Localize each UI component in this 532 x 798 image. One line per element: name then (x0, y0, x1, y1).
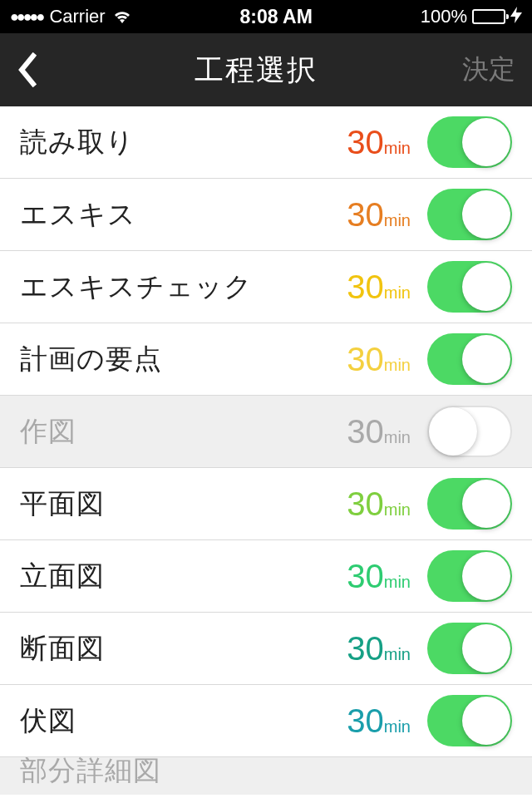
duration-unit: min (384, 500, 411, 520)
process-label: 計画の要点 (20, 341, 347, 378)
duration-unit: min (384, 717, 411, 736)
duration-value: 30 (347, 702, 384, 740)
nav-bar: 工程選択 決定 (0, 33, 532, 106)
enable-toggle[interactable] (427, 333, 512, 385)
duration-unit: min (384, 211, 411, 230)
process-list: 読み取り30minエスキス30minエスキスチェック30min計画の要点30mi… (0, 106, 532, 795)
toggle-knob (462, 190, 510, 239)
toggle-knob (462, 263, 510, 311)
battery-percent: 100% (421, 6, 467, 27)
duration-unit: min (384, 428, 411, 447)
list-item: 読み取り30min (0, 106, 532, 179)
enable-toggle[interactable] (427, 550, 512, 602)
duration-display[interactable]: 30min (347, 196, 411, 234)
list-item: 計画の要点30min (0, 323, 532, 396)
charging-icon (510, 7, 522, 27)
toggle-knob (462, 697, 510, 745)
battery-icon (472, 9, 505, 24)
duration-display[interactable]: 30min (347, 485, 411, 523)
list-item: 部分詳細図 (0, 757, 532, 795)
enable-toggle[interactable] (427, 406, 512, 457)
list-item: 断面図30min (0, 613, 532, 685)
enable-toggle[interactable] (427, 478, 512, 530)
status-time: 8:08 AM (239, 6, 312, 28)
process-label: 断面図 (20, 630, 347, 667)
back-button[interactable] (17, 52, 50, 87)
process-label: 平面図 (20, 485, 347, 523)
carrier-label: Carrier (49, 6, 105, 27)
enable-toggle[interactable] (427, 189, 512, 240)
process-label: 作図 (20, 413, 347, 451)
page-title: 工程選択 (195, 51, 318, 90)
status-left: ●●●●● Carrier (10, 6, 132, 27)
process-label: 読み取り (20, 124, 347, 161)
toggle-knob (429, 407, 477, 456)
duration-value: 30 (347, 196, 384, 234)
duration-value: 30 (347, 630, 384, 667)
list-item: エスキスチェック30min (0, 251, 532, 323)
status-bar: ●●●●● Carrier 8:08 AM 100% (0, 0, 532, 33)
process-label: エスキスチェック (20, 268, 347, 306)
signal-dots-icon: ●●●●● (10, 8, 42, 26)
duration-value: 30 (347, 124, 384, 161)
duration-value: 30 (347, 413, 384, 451)
duration-display[interactable]: 30min (347, 558, 411, 595)
enable-toggle[interactable] (427, 261, 512, 313)
process-label: 伏図 (20, 702, 347, 740)
toggle-knob (462, 552, 510, 600)
duration-unit: min (384, 573, 411, 592)
list-item: 作図30min (0, 396, 532, 468)
duration-value: 30 (347, 485, 384, 523)
done-button[interactable]: 決定 (462, 52, 515, 88)
duration-display[interactable]: 30min (347, 124, 411, 161)
toggle-knob (462, 480, 510, 528)
toggle-knob (462, 624, 510, 672)
enable-toggle[interactable] (427, 695, 512, 746)
duration-unit: min (384, 139, 411, 158)
chevron-left-icon (17, 52, 37, 87)
duration-display[interactable]: 30min (347, 413, 411, 451)
duration-value: 30 (347, 268, 384, 306)
enable-toggle[interactable] (427, 623, 512, 674)
list-item: エスキス30min (0, 179, 532, 251)
list-item: 平面図30min (0, 468, 532, 540)
list-item: 立面図30min (0, 540, 532, 613)
duration-value: 30 (347, 558, 384, 595)
list-item: 伏図30min (0, 685, 532, 757)
duration-display[interactable]: 30min (347, 702, 411, 740)
duration-unit: min (384, 283, 411, 303)
toggle-knob (462, 118, 510, 166)
duration-display[interactable]: 30min (347, 268, 411, 306)
enable-toggle[interactable] (427, 116, 512, 168)
duration-value: 30 (347, 341, 384, 378)
duration-display[interactable]: 30min (347, 630, 411, 667)
duration-unit: min (384, 356, 411, 375)
status-right: 100% (421, 6, 522, 27)
process-label: 立面図 (20, 558, 347, 595)
duration-display[interactable]: 30min (347, 341, 411, 378)
toggle-knob (462, 335, 510, 383)
duration-unit: min (384, 645, 411, 664)
wifi-icon (112, 9, 132, 24)
process-label: エスキス (20, 196, 347, 234)
